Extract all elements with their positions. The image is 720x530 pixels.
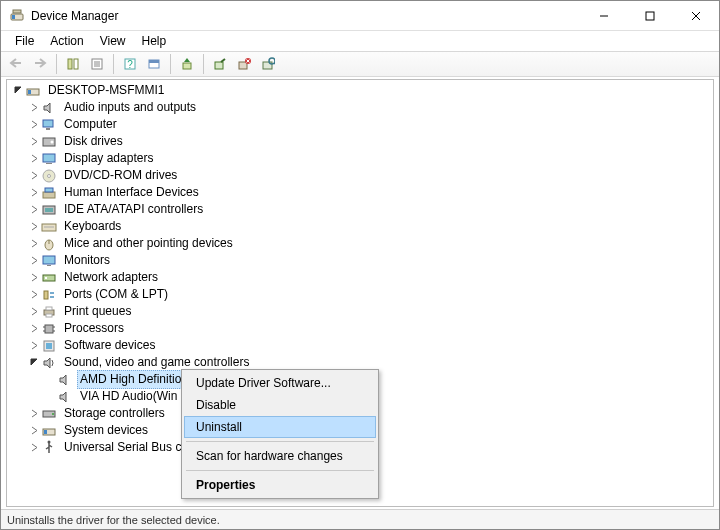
expand-icon[interactable] bbox=[27, 237, 41, 251]
expand-icon[interactable] bbox=[27, 101, 41, 115]
context-menu: Update Driver Software... Disable Uninst… bbox=[181, 369, 379, 499]
tree-category[interactable]: Display adapters bbox=[7, 150, 713, 167]
enable-button[interactable] bbox=[209, 53, 231, 75]
properties-button[interactable] bbox=[86, 53, 108, 75]
svg-rect-20 bbox=[239, 62, 247, 69]
hid-icon bbox=[41, 185, 57, 201]
expand-icon[interactable] bbox=[27, 254, 41, 268]
dvd-icon bbox=[41, 168, 57, 184]
tree-category[interactable]: Mice and other pointing devices bbox=[7, 235, 713, 252]
printer-icon bbox=[41, 304, 57, 320]
ctx-uninstall[interactable]: Uninstall bbox=[184, 416, 376, 438]
svg-marker-18 bbox=[184, 58, 190, 62]
tree-category[interactable]: Ports (COM & LPT) bbox=[7, 286, 713, 303]
menu-bar: File Action View Help bbox=[1, 31, 719, 51]
expand-icon[interactable] bbox=[27, 118, 41, 132]
close-button[interactable] bbox=[673, 1, 719, 30]
help-button[interactable]: ? bbox=[119, 53, 141, 75]
toolbar: ? bbox=[1, 51, 719, 77]
tree-category[interactable]: Audio inputs and outputs bbox=[7, 99, 713, 116]
svg-rect-53 bbox=[46, 314, 52, 317]
mouse-icon bbox=[41, 236, 57, 252]
toolbar-divider bbox=[113, 54, 114, 74]
tree-category[interactable]: Keyboards bbox=[7, 218, 713, 235]
tree-category[interactable]: Disk drives bbox=[7, 133, 713, 150]
toolbar-divider bbox=[170, 54, 171, 74]
uninstall-button[interactable] bbox=[233, 53, 255, 75]
toolbar-button[interactable] bbox=[143, 53, 165, 75]
ctx-update-driver[interactable]: Update Driver Software... bbox=[184, 372, 376, 394]
menu-help[interactable]: Help bbox=[134, 32, 175, 50]
disk-icon bbox=[41, 134, 57, 150]
svg-rect-16 bbox=[149, 60, 159, 63]
tree-category[interactable]: Monitors bbox=[7, 252, 713, 269]
svg-rect-60 bbox=[46, 343, 52, 349]
storage-icon bbox=[41, 406, 57, 422]
software-icon bbox=[41, 338, 57, 354]
expand-icon[interactable] bbox=[27, 322, 41, 336]
processor-icon bbox=[41, 321, 57, 337]
expand-icon[interactable] bbox=[27, 441, 41, 455]
expand-icon[interactable] bbox=[27, 339, 41, 353]
audio-icon bbox=[41, 100, 57, 116]
svg-rect-54 bbox=[45, 325, 53, 333]
tree-category[interactable]: Processors bbox=[7, 320, 713, 337]
expand-icon[interactable] bbox=[27, 186, 41, 200]
window-title: Device Manager bbox=[31, 9, 581, 23]
collapse-icon[interactable] bbox=[11, 84, 25, 98]
ide-icon bbox=[41, 202, 57, 218]
expand-icon[interactable] bbox=[27, 424, 41, 438]
expand-icon[interactable] bbox=[27, 152, 41, 166]
network-icon bbox=[41, 270, 57, 286]
tree-category[interactable]: IDE ATA/ATAPI controllers bbox=[7, 201, 713, 218]
update-driver-button[interactable] bbox=[176, 53, 198, 75]
tree-device-label: VIA HD Audio(Win bbox=[77, 388, 180, 405]
minimize-button[interactable] bbox=[581, 1, 627, 30]
menu-action[interactable]: Action bbox=[42, 32, 91, 50]
expand-icon[interactable] bbox=[27, 288, 41, 302]
svg-rect-46 bbox=[43, 256, 55, 264]
ctx-scan-hardware[interactable]: Scan for hardware changes bbox=[184, 445, 376, 467]
tree-category[interactable]: Computer bbox=[7, 116, 713, 133]
expand-icon[interactable] bbox=[27, 135, 41, 149]
svg-text:?: ? bbox=[127, 59, 133, 70]
app-icon bbox=[9, 8, 25, 24]
svg-marker-62 bbox=[60, 375, 66, 385]
expand-icon[interactable] bbox=[27, 305, 41, 319]
expand-icon[interactable] bbox=[27, 220, 41, 234]
svg-rect-1 bbox=[12, 15, 15, 19]
svg-point-33 bbox=[51, 140, 54, 143]
expand-icon[interactable] bbox=[27, 203, 41, 217]
keyboard-icon bbox=[41, 219, 57, 235]
show-hide-console-tree-button[interactable] bbox=[62, 53, 84, 75]
tree-category[interactable]: Software devices bbox=[7, 337, 713, 354]
ctx-disable[interactable]: Disable bbox=[184, 394, 376, 416]
expand-icon[interactable] bbox=[27, 271, 41, 285]
forward-button[interactable] bbox=[29, 53, 51, 75]
toolbar-divider bbox=[203, 54, 204, 74]
ctx-properties[interactable]: Properties bbox=[184, 474, 376, 496]
svg-rect-19 bbox=[215, 62, 223, 69]
svg-rect-50 bbox=[44, 291, 48, 299]
svg-rect-38 bbox=[43, 192, 55, 198]
tree-category[interactable]: DVD/CD-ROM drives bbox=[7, 167, 713, 184]
tree-category[interactable]: Network adapters bbox=[7, 269, 713, 286]
maximize-button[interactable] bbox=[627, 1, 673, 30]
back-button[interactable] bbox=[5, 53, 27, 75]
expand-icon[interactable] bbox=[27, 169, 41, 183]
menu-file[interactable]: File bbox=[7, 32, 42, 50]
svg-rect-30 bbox=[43, 120, 53, 127]
tree-category[interactable]: Print queues bbox=[7, 303, 713, 320]
scan-hardware-button[interactable] bbox=[257, 53, 279, 75]
expand-icon[interactable] bbox=[27, 407, 41, 421]
tree-root[interactable]: DESKTOP-MSFMMI1 bbox=[7, 82, 713, 99]
svg-rect-8 bbox=[74, 59, 78, 69]
tree-root-label: DESKTOP-MSFMMI1 bbox=[45, 82, 167, 99]
svg-rect-35 bbox=[46, 163, 52, 164]
collapse-icon[interactable] bbox=[27, 356, 41, 370]
svg-rect-48 bbox=[43, 275, 55, 281]
menu-view[interactable]: View bbox=[92, 32, 134, 50]
svg-line-26 bbox=[274, 63, 275, 64]
tree-category[interactable]: Human Interface Devices bbox=[7, 184, 713, 201]
svg-marker-61 bbox=[44, 358, 50, 368]
